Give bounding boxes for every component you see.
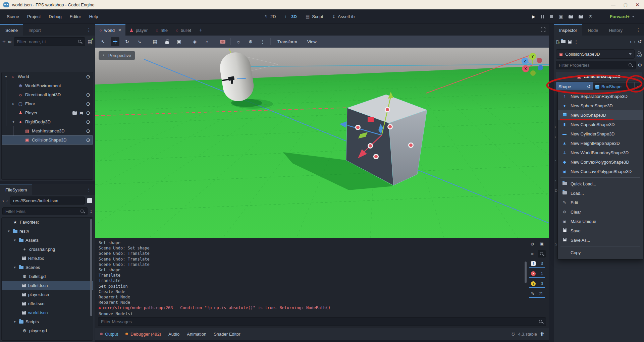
nav-forward-icon[interactable]: › [6,198,8,203]
menu-debug[interactable]: Debug [45,12,65,21]
visibility-eye-icon[interactable]: ⊙ [86,137,90,143]
visibility-eye-icon[interactable]: ⊙ [86,119,90,125]
tree-row-directionallight3d[interactable]: ☼ DirectionalLight3D ⊙ [2,90,93,99]
visibility-eye-icon[interactable]: ⊙ [86,128,90,134]
inspector-section-header[interactable]: ▣ CollisionShape3D [556,72,642,81]
visibility-eye-icon[interactable]: ⊙ [86,92,90,98]
output-log[interactable]: Set shape Scene Undo: Set shape Scene Un… [95,238,527,315]
clear-log-icon[interactable]: ⊘ [528,240,536,247]
play-custom-scene-button[interactable] [579,15,583,18]
scene-tab-bullet[interactable]: ○ bullet [172,24,195,36]
property-filter-input[interactable] [559,63,626,68]
menu-item-new-sphereshape3d[interactable]: ●New SphereShape3D [558,101,643,110]
tab-node[interactable]: Node [582,24,603,36]
script-attached-icon[interactable]: ▤ [79,111,83,115]
fs-row-bullet-gd[interactable]: ⚙ bullet.gd [2,272,93,281]
notification-bell-icon[interactable]: Ω [512,332,515,337]
select-tool-icon[interactable]: ↖ [99,37,107,46]
chevron-down-icon[interactable]: ▾ [12,238,17,242]
fs-row-world-tscn[interactable]: world.tscn [2,308,93,317]
renderer-selector[interactable]: Forward+ [610,9,635,23]
tab-audio[interactable]: Audio [168,332,179,337]
menu-item-new-capsuleshape3d[interactable]: ▮New CapsuleShape3D [558,120,643,129]
menu-transform[interactable]: Transform [274,39,301,44]
rotate-tool-icon[interactable]: ↻ [123,37,131,46]
dock-menu-icon[interactable]: ⋮ [83,184,95,195]
preview-menu-icon[interactable]: ⋮ [258,37,267,46]
fs-row-scenes[interactable]: ▾ Scenes [2,263,93,272]
close-icon[interactable]: ✕ [636,2,639,7]
split-mode-icon[interactable] [87,198,92,203]
menu-item-new-cylindershape3d[interactable]: ▬New CylinderShape3D [558,129,643,138]
fs-row-scripts[interactable]: ▾ Scripts [2,317,93,326]
tab-filesystem[interactable]: FileSystem [0,184,32,195]
new-scene-tab-button[interactable]: + [195,24,206,36]
resource-menu-icon[interactable]: ⋮ [574,39,579,44]
chevron-down-icon[interactable]: ▾ [6,229,11,233]
scene-filter-input[interactable] [17,39,76,44]
menu-editor[interactable]: Editor [66,12,85,21]
fs-row-crosshair[interactable]: + crosshair.png [2,245,93,254]
fs-row-favorites[interactable]: ★ Favorites: [2,218,93,227]
distraction-free-icon[interactable] [537,24,549,36]
dock-menu-icon[interactable]: ⋮ [83,24,95,36]
menu-item-make-unique[interactable]: ▣Make Unique [558,217,643,226]
viewport-3d[interactable]: ⋮ Perspective [95,48,549,238]
sort-icon[interactable]: ↕ [90,209,92,214]
scene-tab-rifle[interactable]: ○ rifle [152,24,172,36]
menu-item-load[interactable]: Load... [558,188,643,198]
fs-row-rifle-fbx[interactable]: Rifle.fbx [2,254,93,263]
history-back-icon[interactable]: ‹ [630,39,632,44]
message-filter-input[interactable] [101,319,537,324]
tab-animation[interactable]: Animation [187,332,206,337]
pause-button[interactable] [541,15,544,18]
axis-neg-z[interactable] [538,65,543,70]
open-scene-icon[interactable] [72,111,77,115]
dock-menu-icon[interactable]: ⋮ [633,24,644,36]
menu-view[interactable]: View [304,39,320,44]
search-log-icon[interactable] [538,250,546,258]
collapse-duplicates-icon[interactable]: ≡ [528,250,536,258]
revert-icon[interactable]: ↺ [587,84,591,89]
menu-item-quick-load[interactable]: Quick Load... [558,179,643,188]
toggle-warnings[interactable]: !0 [529,280,545,288]
fs-row-rifle-tscn[interactable]: rifle.tscn [2,299,93,308]
scale-tool-icon[interactable]: ↘ [135,37,144,46]
menu-scene[interactable]: Scene [3,12,23,21]
menu-item-save[interactable]: Save [558,226,643,235]
remote-debug-icon[interactable]: ▣ [559,14,563,19]
visibility-eye-icon[interactable]: ⊙ [86,74,90,80]
toggle-std-messages[interactable]: !3 [529,260,545,268]
menu-item-new-worldboundaryshape3d[interactable]: ⊥New WorldBoundaryShape3D [558,148,643,157]
load-resource-icon[interactable] [561,40,566,43]
tab-inspector[interactable]: Inspector [554,24,582,36]
perspective-menu[interactable]: ⋮ Perspective [99,51,135,60]
plane-handle-red[interactable] [368,117,374,122]
workspace-assetlib[interactable]: ↧AssetLib [332,14,355,19]
environment-icon[interactable]: ⊕ [246,37,255,46]
play-scene-button[interactable] [569,15,573,18]
chevron-down-icon[interactable]: ▾ [4,74,8,79]
attach-script-icon[interactable]: ▤+ [88,39,92,44]
minimize-icon[interactable]: — [611,2,615,7]
menu-project[interactable]: Project [23,12,45,21]
instance-scene-icon[interactable]: ∞ [8,39,11,44]
viewport-canvas[interactable]: Y Z X [95,48,549,238]
copy-log-icon[interactable]: ▣ [538,240,546,247]
chevron-down-icon[interactable]: ▾ [12,320,17,324]
maximize-icon[interactable]: ▢ [624,2,628,7]
chevron-right-icon[interactable]: ▸ [11,102,16,106]
snap-icon[interactable]: ∩ [203,37,211,46]
axis-neg-x[interactable] [537,58,542,63]
workspace-script[interactable]: ▤Script [306,14,323,19]
file-filter-input[interactable] [5,209,78,214]
play-button[interactable]: ▶ [532,14,535,19]
workspace-3d[interactable]: ∟3D [285,14,297,19]
stop-button[interactable] [550,15,553,18]
tab-debugger[interactable]: Debugger (482) [125,332,161,337]
move-tool-icon[interactable] [111,37,119,46]
toggle-errors[interactable]: ✕1 [529,270,545,278]
tree-row-collisionshape3d[interactable]: ▣ CollisionShape3D ⊙ [2,135,93,145]
workspace-2d[interactable]: ↰2D [264,14,276,19]
visibility-eye-icon[interactable]: ⊙ [86,101,90,107]
